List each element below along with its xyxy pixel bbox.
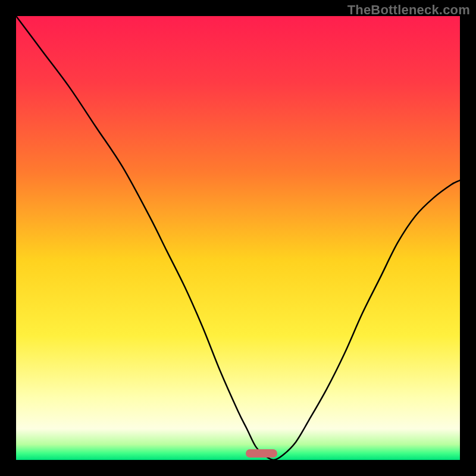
plot-area bbox=[16, 16, 460, 460]
plot-svg bbox=[16, 16, 460, 460]
watermark-text: TheBottleneck.com bbox=[347, 2, 470, 18]
chart-frame: TheBottleneck.com bbox=[0, 0, 476, 476]
gradient-background bbox=[16, 16, 460, 460]
optimal-range-marker bbox=[246, 449, 278, 458]
